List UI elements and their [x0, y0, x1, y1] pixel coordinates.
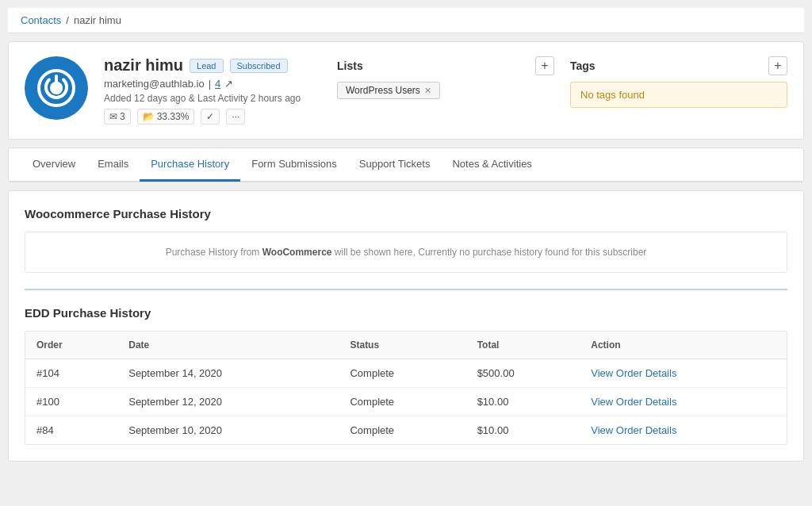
breadcrumb-current: nazir himu — [74, 14, 121, 26]
tags-section: Tags + No tags found — [570, 56, 787, 108]
breadcrumb-separator: / — [66, 14, 69, 26]
stat-emails: ✉ 3 — [104, 109, 131, 125]
cell-action: View Order Details — [580, 388, 787, 416]
edd-section: EDD Purchase History Order Date Status T… — [25, 306, 787, 445]
tabs-bar: Overview Emails Purchase History Form Su… — [8, 148, 804, 182]
woocommerce-section-title: Woocommerce Purchase History — [25, 207, 787, 220]
tab-notes-activities[interactable]: Notes & Activities — [441, 148, 542, 182]
cell-status: Complete — [339, 359, 465, 388]
col-action: Action — [580, 332, 787, 359]
cell-action: View Order Details — [580, 359, 787, 388]
cell-status: Complete — [339, 416, 465, 445]
col-order: Order — [25, 332, 117, 359]
badge-lead[interactable]: Lead — [190, 59, 223, 73]
avatar — [25, 56, 88, 120]
badge-subscribed[interactable]: Subscribed — [230, 59, 288, 73]
cell-order: #84 — [25, 416, 117, 445]
col-total: Total — [466, 332, 580, 359]
edd-table: Order Date Status Total Action #104 Sept… — [25, 332, 787, 444]
tab-support-tickets[interactable]: Support Tickets — [348, 148, 442, 182]
more-icon: ··· — [232, 111, 239, 122]
cell-date: September 10, 2020 — [117, 416, 339, 445]
contact-stats: ✉ 3 📂 33.33% ✓ ··· — [104, 109, 321, 125]
stat-opens-value: 33.33% — [157, 111, 190, 122]
clicks-icon: ✓ — [206, 111, 214, 122]
cell-order: #104 — [25, 359, 117, 388]
tab-emails[interactable]: Emails — [86, 148, 140, 182]
no-tags-message: No tags found — [570, 82, 787, 108]
contact-email: marketing@authlab.io — [104, 78, 205, 90]
lists-title: Lists — [337, 59, 363, 72]
cell-order: #100 — [25, 388, 117, 416]
stat-opens: 📂 33.33% — [137, 109, 195, 125]
external-link-icon: ↗ — [224, 78, 233, 90]
tags-add-button[interactable]: + — [768, 56, 787, 75]
tags-header: Tags + — [570, 56, 787, 75]
stat-more[interactable]: ··· — [226, 109, 245, 125]
view-order-link[interactable]: View Order Details — [591, 424, 676, 436]
view-order-link[interactable]: View Order Details — [591, 396, 676, 408]
breadcrumb: Contacts / nazir himu — [8, 8, 804, 33]
edd-table-header-row: Order Date Status Total Action — [25, 332, 787, 359]
section-divider — [25, 289, 787, 290]
cell-total: $10.00 — [466, 388, 580, 416]
cell-date: September 12, 2020 — [117, 388, 339, 416]
cell-total: $10.00 — [466, 416, 580, 445]
col-status: Status — [339, 332, 465, 359]
edd-table-wrapper: Order Date Status Total Action #104 Sept… — [25, 331, 787, 445]
tab-purchase-history[interactable]: Purchase History — [140, 148, 240, 182]
stat-clicks: ✓ — [201, 109, 220, 125]
lists-header: Lists + — [337, 56, 554, 75]
woocommerce-empty-text-after: will be shown here, Currently no purchas… — [335, 247, 647, 258]
woocommerce-empty-box: Purchase History from WooCommerce will b… — [25, 232, 787, 273]
main-content: Woocommerce Purchase History Purchase Hi… — [8, 190, 804, 462]
stat-emails-value: 3 — [120, 111, 125, 122]
edd-section-title: EDD Purchase History — [25, 306, 787, 320]
woocommerce-section: Woocommerce Purchase History Purchase Hi… — [25, 207, 787, 273]
woocommerce-brand: WooCommerce — [262, 247, 332, 258]
list-tag-label: WordPress Users — [346, 85, 420, 96]
tab-overview[interactable]: Overview — [21, 148, 86, 182]
cell-status: Complete — [339, 388, 465, 416]
contact-email-row: marketing@authlab.io | 4 ↗ — [104, 78, 321, 90]
lists-add-button[interactable]: + — [535, 56, 554, 75]
breadcrumb-parent[interactable]: Contacts — [21, 14, 61, 26]
cell-action: View Order Details — [580, 416, 787, 445]
cell-date: September 14, 2020 — [117, 359, 339, 388]
contact-info: nazir himu Lead Subscribed marketing@aut… — [104, 56, 321, 125]
tags-title: Tags — [570, 59, 596, 72]
tabs-list: Overview Emails Purchase History Form Su… — [9, 148, 803, 182]
edd-table-body: #104 September 14, 2020 Complete $500.00… — [25, 359, 787, 445]
list-tag-wordpress-users: WordPress Users ✕ — [337, 82, 440, 99]
contact-added-text: Added 12 days ago & Last Activity 2 hour… — [104, 93, 321, 104]
col-date: Date — [117, 332, 339, 359]
contact-link-count[interactable]: 4 — [215, 78, 220, 90]
lists-items: WordPress Users ✕ — [337, 82, 554, 99]
contact-card: nazir himu Lead Subscribed marketing@aut… — [8, 41, 804, 140]
cell-total: $500.00 — [466, 359, 580, 388]
opens-icon: 📂 — [143, 111, 155, 122]
list-tag-remove[interactable]: ✕ — [424, 86, 431, 96]
contact-name: nazir himu — [104, 56, 183, 75]
table-row: #84 September 10, 2020 Complete $10.00 V… — [25, 416, 787, 445]
contact-name-row: nazir himu Lead Subscribed — [104, 56, 321, 75]
lists-section: Lists + WordPress Users ✕ — [337, 56, 554, 99]
tab-form-submissions[interactable]: Form Submissions — [240, 148, 348, 182]
edd-table-head: Order Date Status Total Action — [25, 332, 787, 359]
view-order-link[interactable]: View Order Details — [591, 367, 676, 379]
table-row: #104 September 14, 2020 Complete $500.00… — [25, 359, 787, 388]
woocommerce-empty-text-before: Purchase History from — [166, 247, 260, 258]
table-row: #100 September 12, 2020 Complete $10.00 … — [25, 388, 787, 416]
email-icon: ✉ — [109, 111, 117, 122]
